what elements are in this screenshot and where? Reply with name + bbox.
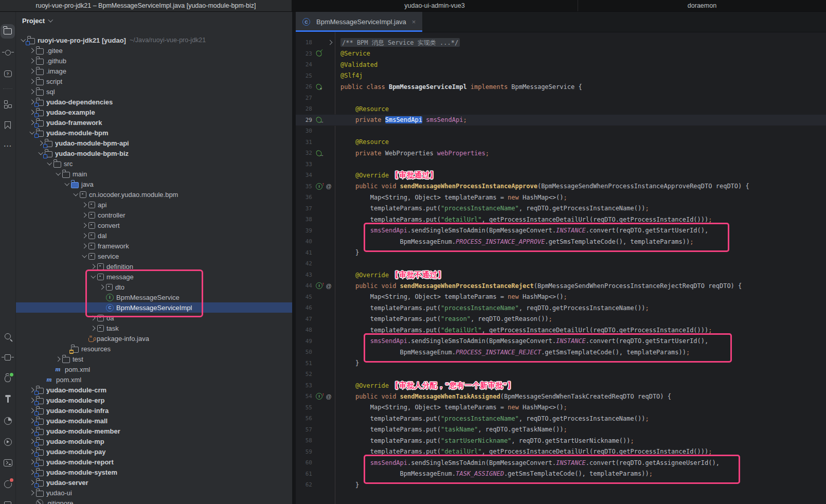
project-panel-header[interactable]: Project — [16, 12, 292, 29]
code-line-25[interactable]: 25@Slf4j — [296, 70, 826, 82]
tree-item-pom.xml[interactable]: mpom.xml — [16, 374, 292, 385]
code-line-27[interactable]: 27 — [296, 93, 826, 104]
code-line-30[interactable]: 30 — [296, 125, 826, 137]
tree-item-controller[interactable]: controller — [16, 210, 292, 220]
tree-item-.image[interactable]: .image — [16, 66, 292, 76]
tree-item-yudao-module-mp[interactable]: yudao-module-mp — [16, 436, 292, 446]
chevron-right-icon[interactable] — [54, 355, 62, 363]
tree-item-yudao-module-system[interactable]: yudao-module-system — [16, 467, 292, 477]
code-line-41[interactable]: 41 } — [296, 247, 826, 259]
tree-item-pom.xml[interactable]: mpom.xml — [16, 364, 292, 374]
find-icon[interactable] — [1, 329, 15, 344]
code-line-59[interactable]: 59 templateParams.put("detailUrl", getPr… — [296, 446, 826, 458]
tree-item-yudao-framework[interactable]: yudao-framework — [16, 117, 292, 128]
tree-item-yudao-module-crm[interactable]: yudao-module-crm — [16, 385, 292, 395]
tree-item-package-info.java[interactable]: package-info.java — [16, 333, 292, 344]
chevron-down-icon[interactable] — [54, 170, 62, 178]
tree-item-yudao-module-member[interactable]: yudao-module-member — [16, 426, 292, 436]
tree-item-yudao-module-pay[interactable]: yudao-module-pay — [16, 446, 292, 457]
tree-item-definition[interactable]: definition — [16, 261, 292, 272]
tree-item-service[interactable]: service — [16, 251, 292, 261]
tree-item-yudao-module-infra[interactable]: yudao-module-infra — [16, 405, 292, 416]
tree-item-yudao-module-report[interactable]: yudao-module-report — [16, 457, 292, 467]
code-line-54[interactable]: 54I↑@ public void sendMessageWhenTaskAss… — [296, 391, 826, 402]
code-line-60[interactable]: 60 smsSendApi.sendSingleSmsToAdmin(BpmMe… — [296, 457, 826, 469]
tree-item-script[interactable]: script — [16, 76, 292, 86]
run-icon[interactable] — [1, 435, 15, 449]
tree-item-ruoyi-vue-pro-jdk21yudao[interactable]: ruoyi-vue-pro-jdk21 [yudao]~/Java/ruoyi-… — [16, 35, 292, 45]
tree-item-task[interactable]: task — [16, 323, 292, 333]
code-line-32[interactable]: 32→ private WebProperties webProperties; — [296, 148, 826, 159]
gutter-bean-arrow-icon[interactable]: → — [316, 148, 336, 159]
code-line-48[interactable]: 48 templateParams.put("detailUrl", getPr… — [296, 325, 826, 336]
coverage-icon[interactable] — [1, 413, 15, 428]
chevron-right-icon[interactable] — [28, 77, 36, 85]
chevron-right-icon[interactable] — [80, 211, 88, 219]
tree-item-api[interactable]: api — [16, 200, 292, 210]
chevron-right-icon[interactable] — [89, 262, 97, 271]
chevron-down-icon[interactable] — [63, 180, 71, 188]
tree-item-bpmmessageserviceimpl[interactable]: CBpmMessageServiceImpl — [16, 302, 292, 313]
code-line-45[interactable]: 45 Map<String, Object> templateParams = … — [296, 292, 826, 303]
code-line-34[interactable]: 34 @Override 【审批通过】 — [296, 170, 826, 181]
chevron-right-icon[interactable] — [28, 57, 36, 65]
tree-item-yudao-dependencies[interactable]: yudao-dependencies — [16, 97, 292, 107]
code-line-57[interactable]: 57 templateParams.put("taskName", reqDTO… — [296, 424, 826, 436]
code-line-31[interactable]: 31 @Resource — [296, 137, 826, 148]
code-line-29[interactable]: 29→ private SmsSendApi smsSendApi; — [296, 115, 826, 126]
chevron-down-icon[interactable] — [80, 252, 88, 260]
tree-item-main[interactable]: main — [16, 169, 292, 179]
code-line-42[interactable]: 42 — [296, 258, 826, 269]
code-editor[interactable]: 18/** BPM 消息 Service 实现类 ...*/23✓@Servic… — [296, 32, 826, 504]
code-line-36[interactable]: 36 Map<String, Object> templateParams = … — [296, 192, 826, 203]
code-line-46[interactable]: 46 templateParams.put("processInstanceNa… — [296, 302, 826, 314]
chevron-right-icon[interactable] — [28, 46, 36, 55]
tree-item-yudao-example[interactable]: yudao-example — [16, 107, 292, 117]
window-title-vue3[interactable]: yudao-ui-admin-vue3 — [292, 0, 578, 11]
code-line-40[interactable]: 40 BpmMessageEnum.PROCESS_INSTANCE_APPRO… — [296, 236, 826, 247]
code-line-38[interactable]: 38 templateParams.put("detailUrl", getPr… — [296, 214, 826, 225]
tree-item-java[interactable]: java — [16, 179, 292, 189]
tree-item-oa[interactable]: oa — [16, 313, 292, 323]
tree-item-yudao-module-bpm-biz[interactable]: yudao-module-bpm-biz — [16, 148, 292, 158]
code-line-26[interactable]: 26▾public class BpmMessageServiceImpl im… — [296, 81, 826, 93]
tab-bpmmessageserviceimpl[interactable]: C BpmMessageServiceImpl.java × — [296, 12, 422, 32]
window-title-doraemon[interactable]: doraemon — [578, 0, 826, 11]
code-line-49[interactable]: 49 smsSendApi.sendSingleSmsToAdmin(BpmMe… — [296, 336, 826, 347]
chevron-right-icon[interactable] — [28, 67, 36, 75]
tree-item-.gitee[interactable]: .gitee — [16, 45, 292, 56]
code-line-28[interactable]: 28 @Resource — [296, 103, 826, 115]
gutter-bean-tri-icon[interactable]: ▾ — [316, 81, 336, 93]
tree-item-message[interactable]: message — [16, 272, 292, 282]
code-line-44[interactable]: 44I↑@ public void sendMessageWhenProcess… — [296, 280, 826, 292]
chevron-right-icon[interactable] — [80, 221, 88, 229]
panel-editor-divider[interactable] — [292, 12, 296, 504]
gutter-impl-icon[interactable]: I↑@ — [316, 391, 336, 402]
code-line-24[interactable]: 24@Validated — [296, 59, 826, 70]
code-review-icon[interactable]: ? — [1, 66, 15, 81]
chevron-right-icon[interactable] — [89, 324, 97, 332]
tree-item-yudao-module-mall[interactable]: yudao-module-mall — [16, 416, 292, 426]
code-line-35[interactable]: 35I↑@ public void sendMessageWhenProcess… — [296, 181, 826, 192]
tree-item-yudao-module-bpm[interactable]: yudao-module-bpm — [16, 128, 292, 138]
tree-item-dal[interactable]: dal — [16, 230, 292, 241]
code-line-18[interactable]: 18/** BPM 消息 Service 实现类 ...*/ — [296, 37, 826, 48]
terminal-icon[interactable] — [1, 456, 15, 470]
code-line-58[interactable]: 58 templateParams.put("startUserNickname… — [296, 435, 826, 446]
chevron-right-icon[interactable] — [28, 489, 36, 497]
tree-item-src[interactable]: src — [16, 158, 292, 169]
tree-item-resources[interactable]: resources — [16, 344, 292, 354]
code-line-51[interactable]: 51 } — [296, 358, 826, 369]
profiler-icon[interactable] — [1, 498, 15, 504]
code-line-56[interactable]: 56 templateParams.put("processInstanceNa… — [296, 413, 826, 424]
chevron-right-icon[interactable] — [98, 283, 106, 291]
chevron-right-icon[interactable] — [80, 201, 88, 209]
tree-item-convert[interactable]: convert — [16, 220, 292, 230]
code-line-50[interactable]: 50 BpmMessageEnum.PROCESS_INSTANCE_REJEC… — [296, 347, 826, 358]
structure-icon[interactable] — [1, 97, 15, 111]
tree-item-test[interactable]: test — [16, 354, 292, 364]
debug-icon[interactable] — [1, 371, 15, 386]
tree-item-dto[interactable]: dto — [16, 282, 292, 292]
project-folder-icon[interactable] — [1, 24, 15, 39]
chevron-down-icon[interactable] — [45, 159, 53, 168]
